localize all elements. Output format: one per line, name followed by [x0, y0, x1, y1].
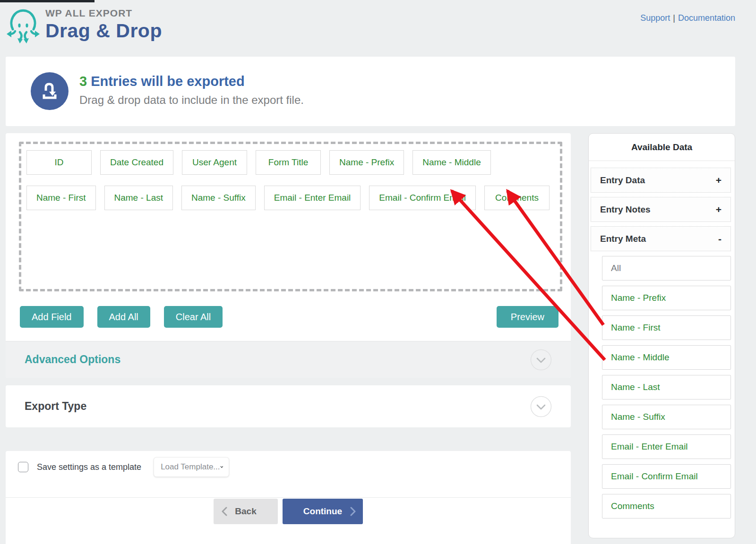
available-item-name-first[interactable]: Name - First — [602, 315, 731, 340]
octopus-logo-icon — [6, 5, 41, 45]
available-item-name-middle[interactable]: Name - Middle — [602, 345, 731, 370]
link-separator: | — [673, 13, 675, 23]
load-template-value: Load Template... — [161, 462, 220, 472]
header-links: Support|Documentation — [640, 13, 735, 23]
documentation-link[interactable]: Documentation — [678, 13, 735, 23]
field-chip-name-suffix[interactable]: Name - Suffix — [181, 186, 256, 210]
available-item-all[interactable]: All — [602, 256, 731, 280]
available-item-email-confirm[interactable]: Email - Confirm Email — [602, 464, 731, 489]
group-label: Entry Meta — [600, 234, 646, 244]
add-field-button[interactable]: Add Field — [20, 306, 84, 328]
available-item-name-prefix[interactable]: Name - Prefix — [602, 286, 731, 310]
field-chip-form-title[interactable]: Form Title — [256, 150, 321, 175]
save-template-label: Save settings as a template — [37, 462, 141, 472]
available-item-comments[interactable]: Comments — [602, 494, 731, 518]
available-item-name-last[interactable]: Name - Last — [602, 375, 731, 400]
expand-icon[interactable]: + — [716, 175, 722, 186]
export-info-banner: 3Entries will be exported Drag & drop da… — [6, 57, 735, 126]
field-chip-id[interactable]: ID — [26, 150, 92, 175]
banner-subtitle: Drag & drop data to include in the expor… — [79, 94, 304, 107]
admin-bar-remnant — [0, 0, 94, 2]
chevron-down-icon[interactable] — [530, 396, 552, 417]
advanced-options-toggle[interactable]: Advanced Options — [6, 341, 571, 378]
support-link[interactable]: Support — [640, 13, 670, 23]
drag-drop-zone[interactable]: ID Date Created User Agent Form Title Na… — [19, 142, 562, 291]
available-item-email-enter[interactable]: Email - Enter Email — [602, 434, 731, 459]
group-entry-data[interactable]: Entry Data + — [591, 168, 731, 193]
export-type-toggle[interactable]: Export Type — [6, 385, 571, 427]
group-label: Entry Data — [600, 175, 645, 186]
entry-meta-items: All Name - Prefix Name - First Name - Mi… — [602, 256, 731, 518]
field-chip-email-enter[interactable]: Email - Enter Email — [264, 186, 361, 210]
banner-title-text: Entries will be exported — [91, 74, 245, 89]
save-template-checkbox[interactable] — [18, 462, 28, 472]
chevron-down-icon — [220, 464, 223, 470]
banner-title: 3Entries will be exported — [79, 74, 304, 89]
expand-icon[interactable]: + — [716, 204, 722, 215]
back-label: Back — [235, 506, 256, 517]
continue-button[interactable]: Continue — [283, 499, 363, 524]
field-chip-email-confirm[interactable]: Email - Confirm Email — [369, 186, 476, 210]
preview-button[interactable]: Preview — [497, 306, 558, 328]
footer-card: Save settings as a template Load Templat… — [6, 451, 571, 544]
field-chip-name-prefix[interactable]: Name - Prefix — [329, 150, 404, 175]
banner-text: 3Entries will be exported Drag & drop da… — [79, 74, 304, 107]
back-button[interactable]: Back — [214, 499, 278, 524]
load-template-dropdown[interactable]: Load Template... — [154, 457, 229, 477]
available-item-name-suffix[interactable]: Name - Suffix — [602, 405, 731, 429]
available-data-title: Available Data — [589, 134, 735, 161]
chevron-left-icon — [222, 507, 227, 516]
field-chip-user-agent[interactable]: User Agent — [182, 150, 247, 175]
fields-toolbar: Add Field Add All Clear All Preview — [20, 306, 558, 328]
download-icon-badge — [31, 72, 69, 110]
field-chip-name-last[interactable]: Name - Last — [104, 186, 173, 210]
add-all-button[interactable]: Add All — [97, 306, 150, 328]
available-data-panel: Available Data Entry Data + Entry Notes … — [588, 133, 735, 538]
group-entry-notes[interactable]: Entry Notes + — [591, 197, 731, 222]
field-chip-name-middle[interactable]: Name - Middle — [412, 150, 491, 175]
brand-block: WP ALL EXPORT Drag & Drop — [45, 8, 162, 42]
chevron-right-icon — [350, 507, 356, 516]
field-chip-date-created[interactable]: Date Created — [100, 150, 173, 175]
collapse-icon[interactable]: - — [718, 233, 722, 245]
wizard-nav: Back Continue — [6, 499, 571, 524]
chevron-down-icon[interactable] — [530, 349, 552, 371]
template-settings-row: Save settings as a template Load Templat… — [18, 455, 229, 479]
group-entry-meta[interactable]: Entry Meta - — [591, 226, 731, 251]
page-title: Drag & Drop — [45, 20, 162, 42]
available-data-body: Entry Data + Entry Notes + Entry Meta - … — [589, 161, 735, 518]
advanced-options-label: Advanced Options — [25, 353, 120, 366]
footer-divider — [6, 497, 571, 498]
brand-name: WP ALL EXPORT — [45, 8, 162, 19]
group-label: Entry Notes — [600, 204, 651, 215]
entries-count: 3 — [79, 74, 87, 89]
export-fields-card: ID Date Created User Agent Form Title Na… — [6, 133, 571, 378]
continue-label: Continue — [303, 506, 342, 517]
clear-all-button[interactable]: Clear All — [164, 306, 223, 328]
field-chip-comments[interactable]: Comments — [484, 186, 550, 210]
field-chip-name-first[interactable]: Name - First — [26, 186, 96, 210]
export-type-label: Export Type — [25, 400, 86, 413]
download-icon — [39, 80, 60, 102]
